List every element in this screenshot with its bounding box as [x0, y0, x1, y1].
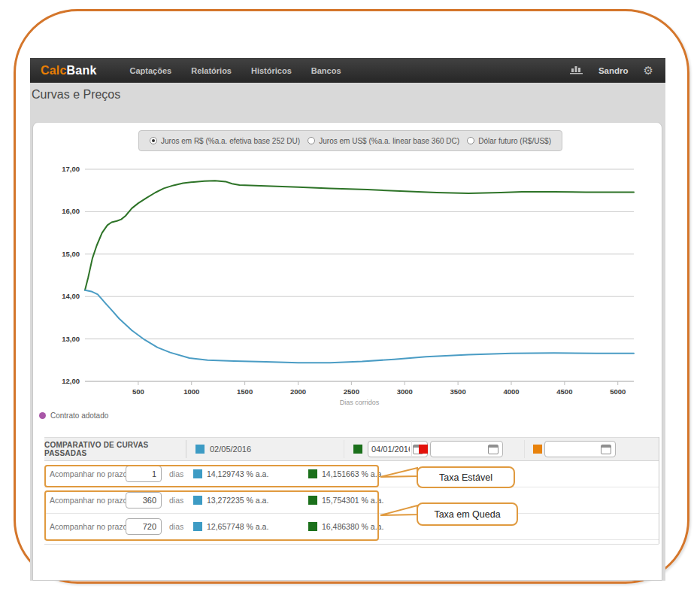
radio-selected-icon [150, 137, 157, 144]
row-unit: dias [169, 522, 183, 531]
svg-text:4500: 4500 [556, 387, 572, 396]
legend-label: Contrato adotado [50, 411, 108, 420]
svg-text:16,00: 16,00 [62, 207, 80, 215]
top-navbar: CalcBank Captações Relatórios Históricos… [30, 58, 665, 83]
radio-dolar-futuro[interactable]: Dólar futuro (R$/US$) [467, 137, 551, 145]
header-divider [524, 440, 525, 458]
page-title: Curvas e Preços [32, 88, 120, 102]
curve-type-radiogroup: Juros em R$ (%a.a. efetiva base 252 DU) … [138, 130, 562, 151]
green-value-swatch [308, 496, 317, 505]
orange-date-input[interactable] [545, 445, 601, 454]
calendar-icon[interactable] [601, 445, 611, 454]
green-rate-value: 15,754301 % a.a. [322, 496, 383, 505]
days-input[interactable] [126, 493, 161, 508]
legend-dot-icon [39, 412, 46, 419]
user-name[interactable]: Sandro [598, 66, 629, 75]
svg-text:17,00: 17,00 [62, 165, 80, 173]
days-input-box [126, 492, 162, 508]
orange-date-box [544, 441, 616, 457]
radio-label: Juros em US$ (%a.a. linear base 360 DC) [319, 137, 459, 145]
radio-unselected-icon [467, 137, 474, 144]
days-input[interactable] [126, 519, 161, 534]
menu-item-relatorios[interactable]: Relatórios [191, 66, 232, 75]
balloon-taxa-estavel: Taxa Estável [417, 466, 515, 488]
days-input-box [126, 466, 162, 482]
svg-text:12,00: 12,00 [62, 377, 80, 385]
balloon-taxa-em-queda: Taxa em Queda [417, 502, 518, 526]
blue-rate-value: 12,657748 % a.a. [207, 522, 268, 531]
balloon-label: Taxa em Queda [434, 509, 500, 520]
green-series-swatch [353, 445, 362, 454]
red-series-swatch [419, 445, 428, 454]
comparison-table-header: COMPARATIVO DE CURVAS PASSADAS 02/05/201… [44, 437, 659, 461]
svg-text:3500: 3500 [450, 387, 466, 396]
green-date-input[interactable] [368, 445, 413, 454]
blue-series-swatch [195, 445, 205, 454]
svg-text:1500: 1500 [237, 387, 253, 396]
svg-text:2500: 2500 [344, 387, 359, 396]
curves-chart-svg: 17,0016,0015,0014,0013,0012,005001000150… [55, 162, 656, 410]
blue-value-swatch [193, 496, 202, 505]
gear-icon[interactable]: ⚙ [644, 65, 653, 76]
row-unit: dias [169, 469, 183, 478]
comparison-table-title: COMPARATIVO DE CURVAS PASSADAS [44, 438, 186, 460]
blue-value-swatch [193, 522, 202, 531]
balloon-label: Taxa Estável [439, 472, 492, 483]
blue-rate-value: 14,129743 % a.a. [207, 469, 268, 478]
main-menu: Captações Relatórios Históricos Bancos [130, 66, 341, 75]
logo-bank-text: Bank [67, 64, 97, 77]
radio-label: Juros em R$ (%a.a. efetiva base 252 DU) [161, 137, 300, 145]
table-row-1dia: Acompanhar no prazo de dias 14,129743 % … [44, 461, 659, 487]
calcbank-logo[interactable]: CalcBank [41, 64, 97, 77]
logo-calc-text: Calc [41, 64, 67, 77]
days-input[interactable] [126, 466, 161, 481]
table-right-divider [659, 437, 659, 544]
header-divider [186, 440, 186, 458]
blue-series-date[interactable]: 02/05/2016 [210, 445, 251, 454]
svg-text:500: 500 [132, 387, 144, 396]
green-value-swatch [308, 469, 317, 478]
radio-juros-dolar[interactable]: Juros em US$ (%a.a. linear base 360 DC) [308, 137, 459, 145]
radio-juros-reais[interactable]: Juros em R$ (%a.a. efetiva base 252 DU) [150, 137, 300, 145]
svg-text:5000: 5000 [610, 387, 626, 396]
content-panel: Juros em R$ (%a.a. efetiva base 252 DU) … [32, 122, 662, 581]
bar-chart-icon[interactable] [570, 64, 583, 77]
svg-text:1000: 1000 [183, 387, 199, 396]
menu-item-bancos[interactable]: Bancos [311, 66, 341, 75]
table-row-720dias: Acompanhar no prazo de dias 12,657748 % … [44, 514, 659, 540]
row-unit: dias [169, 496, 183, 505]
menu-item-historicos[interactable]: Históricos [251, 66, 292, 75]
red-date-input[interactable] [431, 445, 488, 454]
orange-series-swatch [533, 445, 542, 454]
red-date-box [430, 441, 503, 457]
header-divider [411, 440, 412, 458]
screenshot-stage: CalcBank Captações Relatórios Históricos… [0, 0, 700, 595]
blue-rate-value: 13,272235 % a.a. [207, 496, 268, 505]
svg-text:3000: 3000 [397, 387, 413, 396]
green-rate-value: 14,151663 % a.a. [322, 469, 383, 478]
svg-text:4000: 4000 [503, 387, 519, 396]
svg-text:14,00: 14,00 [62, 292, 80, 300]
table-row-360dias: Acompanhar no prazo de dias 13,272235 % … [44, 487, 659, 514]
green-rate-value: 16,486380 % a.a. [322, 522, 383, 531]
calcbank-app: CalcBank Captações Relatórios Históricos… [30, 58, 665, 581]
svg-text:Dias corridos: Dias corridos [340, 399, 380, 406]
table-footer-line [44, 544, 659, 545]
radio-label: Dólar futuro (R$/US$) [478, 137, 551, 145]
svg-text:2000: 2000 [290, 387, 306, 396]
calendar-icon[interactable] [488, 445, 498, 454]
radio-unselected-icon [308, 137, 315, 144]
navbar-right: Sandro ⚙ [570, 64, 653, 77]
green-value-swatch [308, 522, 317, 531]
header-divider [344, 440, 344, 458]
svg-text:15,00: 15,00 [62, 250, 80, 258]
blue-value-swatch [193, 469, 202, 478]
svg-text:13,00: 13,00 [62, 335, 80, 343]
days-input-box [126, 518, 162, 535]
curves-chart: 17,0016,0015,0014,0013,0012,005001000150… [55, 162, 656, 410]
chart-legend: Contrato adotado [39, 411, 108, 420]
menu-item-captacoes[interactable]: Captações [130, 66, 172, 75]
